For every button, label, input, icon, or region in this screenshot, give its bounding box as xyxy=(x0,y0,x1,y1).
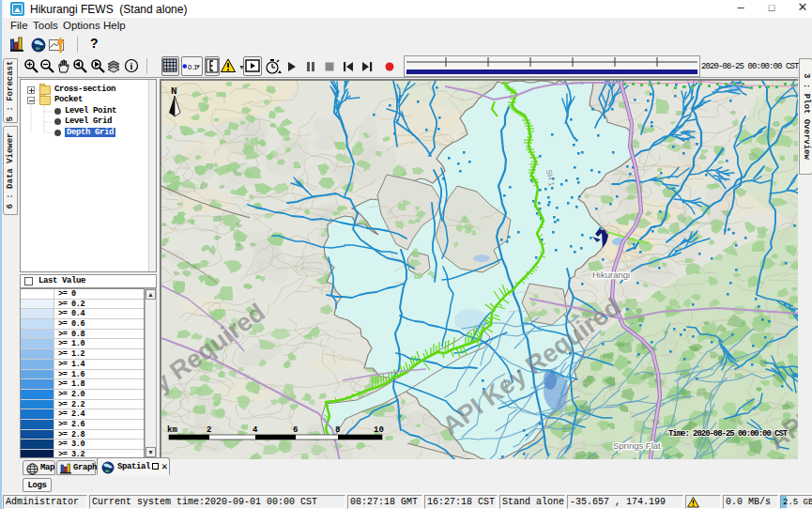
svg-text:i: i xyxy=(130,61,133,71)
svg-text:Springs Flat: Springs Flat xyxy=(613,440,661,451)
svg-text:4: 4 xyxy=(253,425,258,435)
svg-text:2: 2 xyxy=(207,425,211,435)
svg-text:8: 8 xyxy=(335,425,340,435)
svg-text:N: N xyxy=(171,85,177,97)
svg-text:Hikurangi: Hikurangi xyxy=(592,270,630,280)
svg-text:6: 6 xyxy=(293,425,298,435)
svg-text:km: km xyxy=(167,425,177,435)
svg-text:Time: 2020-08-25 00:00:00 CST: Time: 2020-08-25 00:00:00 CST xyxy=(668,429,789,439)
svg-text:10: 10 xyxy=(374,425,384,435)
